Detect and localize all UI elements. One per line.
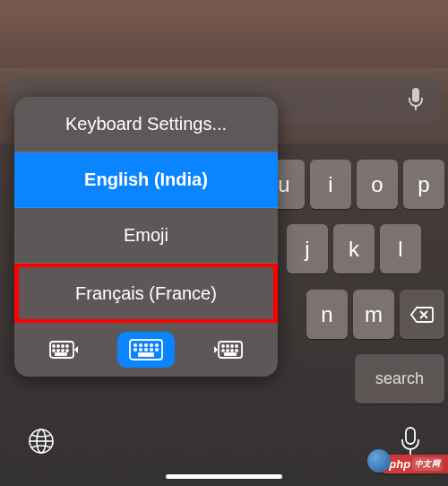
keyboard-option-label: Emoji: [124, 225, 168, 246]
mic-icon[interactable]: [407, 87, 425, 116]
svg-point-10: [53, 345, 55, 347]
svg-point-20: [134, 344, 136, 346]
watermark: php 中文网: [376, 455, 448, 473]
svg-point-33: [227, 345, 228, 347]
keyboard-switcher-popup: Keyboard Settings... English (India) Emo…: [14, 97, 278, 377]
keyboard-option-label: Français (France): [75, 283, 217, 304]
globe-icon[interactable]: [27, 427, 56, 459]
svg-point-29: [156, 349, 158, 351]
keyboard-settings-item[interactable]: Keyboard Settings...: [14, 97, 278, 152]
key-l[interactable]: l: [380, 224, 421, 273]
backspace-key[interactable]: [400, 290, 444, 339]
svg-rect-0: [412, 88, 419, 102]
svg-point-13: [66, 345, 68, 347]
keyboard-mode-row: [14, 323, 278, 377]
svg-point-35: [236, 345, 237, 347]
svg-point-34: [231, 345, 233, 347]
svg-point-38: [231, 350, 233, 351]
elephant-icon: [367, 449, 391, 473]
svg-point-12: [62, 345, 64, 347]
svg-point-39: [236, 350, 237, 351]
svg-point-26: [140, 349, 142, 351]
svg-point-21: [140, 344, 142, 346]
svg-point-25: [134, 349, 136, 351]
keyboard-option-francais[interactable]: Français (France): [14, 264, 278, 323]
svg-point-36: [222, 350, 224, 351]
status-bar-blur: [0, 0, 448, 68]
svg-point-27: [145, 349, 147, 351]
keyboard-settings-label: Keyboard Settings...: [65, 114, 227, 135]
key-k[interactable]: k: [333, 224, 375, 273]
svg-point-22: [145, 344, 147, 346]
svg-point-17: [66, 350, 68, 351]
keyboard-option-english[interactable]: English (India): [14, 152, 278, 208]
key-j[interactable]: j: [287, 224, 328, 273]
keyboard-mode-left[interactable]: [37, 332, 94, 368]
key-m[interactable]: m: [353, 290, 394, 339]
keyboard-mode-right[interactable]: [198, 332, 255, 368]
svg-rect-40: [225, 353, 236, 355]
svg-point-28: [151, 349, 152, 351]
svg-point-15: [57, 350, 59, 351]
svg-point-16: [62, 350, 64, 351]
svg-point-37: [227, 350, 228, 351]
svg-rect-7: [406, 428, 415, 444]
keyboard-mode-center[interactable]: [117, 332, 175, 368]
watermark-main: php: [389, 457, 410, 471]
svg-point-24: [156, 344, 158, 346]
svg-point-11: [57, 345, 59, 347]
watermark-sub: 中文网: [412, 457, 443, 471]
svg-point-14: [53, 350, 55, 351]
search-key[interactable]: search: [355, 354, 444, 404]
key-i[interactable]: i: [310, 160, 351, 209]
keyboard-option-label: English (India): [84, 169, 208, 190]
svg-point-23: [151, 344, 152, 346]
keyboard-option-emoji[interactable]: Emoji: [14, 208, 278, 264]
svg-rect-18: [56, 353, 66, 355]
key-n[interactable]: n: [306, 290, 348, 339]
svg-point-32: [222, 345, 224, 347]
home-indicator[interactable]: [166, 474, 282, 479]
key-o[interactable]: o: [357, 160, 398, 209]
key-p[interactable]: p: [403, 160, 444, 209]
svg-rect-30: [139, 353, 153, 356]
